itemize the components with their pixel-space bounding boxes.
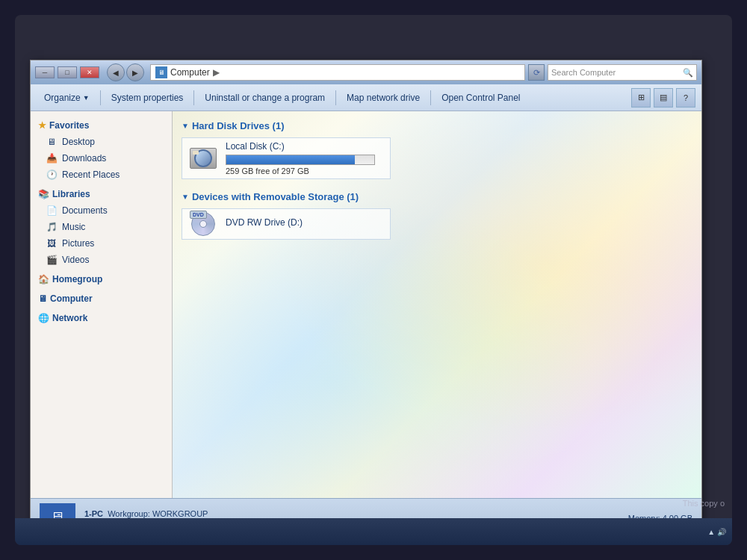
dvd-drive-item[interactable]: DVD DVD RW Drive (D:) <box>182 208 391 240</box>
window-controls: ─ □ ✕ <box>35 66 99 78</box>
sidebar-item-music[interactable]: 🎵 Music <box>31 219 172 235</box>
hdd-drive-icon <box>188 146 218 170</box>
local-disk-item[interactable]: Local Disk (C:) 259 GB free of 297 GB <box>182 137 391 179</box>
minimize-button[interactable]: ─ <box>35 66 55 78</box>
favorites-section: ★ Favorites 🖥 Desktop 📥 Downloads 🕐 Rece… <box>31 117 172 183</box>
hdd-graphic <box>190 148 217 169</box>
star-icon: ★ <box>38 120 46 131</box>
network-icon: 🌐 <box>38 313 49 323</box>
desktop-icon: 🖥 <box>46 136 58 148</box>
removable-section: ▼ Devices with Removable Storage (1) DVD… <box>182 191 692 240</box>
taskbar: ▲ 🔊 <box>15 518 732 545</box>
sidebar-item-pictures[interactable]: 🖼 Pictures <box>31 235 172 252</box>
downloads-icon: 📥 <box>46 152 58 164</box>
pictures-icon: 🖼 <box>46 237 58 249</box>
preview-pane-button[interactable]: ▤ <box>654 88 673 108</box>
maximize-button[interactable]: □ <box>58 66 77 78</box>
system-tray: ▲ 🔊 <box>707 528 726 536</box>
toolbar: Organize ▼ System properties Uninstall o… <box>31 84 701 111</box>
network-item[interactable]: 🌐 Network <box>31 310 172 326</box>
address-bar[interactable]: 🖥 Computer ▶ <box>150 64 525 81</box>
title-bar: ─ □ ✕ ◀ ▶ 🖥 Computer ▶ ⟳ Search Computer… <box>31 60 701 84</box>
system-properties-button[interactable]: System properties <box>104 87 191 108</box>
sidebar: ★ Favorites 🖥 Desktop 📥 Downloads 🕐 Rece… <box>31 111 173 498</box>
address-arrow: ▶ <box>213 67 220 78</box>
view-toggle-button[interactable]: ⊞ <box>631 88 651 108</box>
uninstall-button[interactable]: Uninstall or change a program <box>197 87 332 108</box>
computer-section: 🖥 Computer <box>31 290 172 307</box>
sidebar-item-videos[interactable]: 🎬 Videos <box>31 252 172 268</box>
organize-button[interactable]: Organize ▼ <box>37 87 97 108</box>
content-area: ▼ Hard Disk Drives (1) Local Disk (C:) <box>173 111 701 498</box>
computer-sidebar-icon: 🖥 <box>38 293 47 304</box>
taskbar-right: ▲ 🔊 <box>707 528 726 536</box>
dvd-drive-name: DVD RW Drive (D:) <box>226 217 384 228</box>
sidebar-item-desktop[interactable]: 🖥 Desktop <box>31 134 172 150</box>
libraries-header[interactable]: 📚 Libraries <box>31 186 172 202</box>
toolbar-separator-1 <box>100 90 101 105</box>
documents-icon: 📄 <box>46 205 58 217</box>
search-placeholder: Search Computer <box>551 68 616 77</box>
organize-dropdown-icon: ▼ <box>83 94 90 102</box>
disk-usage-bar <box>226 155 375 165</box>
sidebar-item-downloads[interactable]: 📥 Downloads <box>31 150 172 167</box>
toolbar-separator-2 <box>193 90 194 105</box>
sidebar-item-documents[interactable]: 📄 Documents <box>31 202 172 219</box>
back-button[interactable]: ◀ <box>107 63 125 81</box>
videos-icon: 🎬 <box>46 254 58 266</box>
local-disk-info: Local Disk (C:) 259 GB free of 297 GB <box>226 141 384 175</box>
libraries-section: 📚 Libraries 📄 Documents 🎵 Music 🖼 Pictur… <box>31 186 172 268</box>
computer-icon: 🖥 <box>155 66 167 78</box>
toolbar-separator-4 <box>430 90 431 105</box>
toolbar-right: ⊞ ▤ ? <box>631 88 695 108</box>
computer-name: 1-PC Workgroup: WORKGROUP <box>84 509 221 518</box>
sidebar-item-recent-places[interactable]: 🕐 Recent Places <box>31 167 172 183</box>
homegroup-item[interactable]: 🏠 Homegroup <box>31 271 172 287</box>
nav-buttons: ◀ ▶ <box>107 63 144 81</box>
map-drive-button[interactable]: Map network drive <box>339 87 427 108</box>
forward-button[interactable]: ▶ <box>126 63 144 81</box>
explorer-window: ─ □ ✕ ◀ ▶ 🖥 Computer ▶ ⟳ Search Computer… <box>30 60 702 538</box>
refresh-button[interactable]: ⟳ <box>528 64 545 81</box>
local-disk-size: 259 GB free of 297 GB <box>226 167 384 175</box>
recent-icon: 🕐 <box>46 169 58 181</box>
close-button[interactable]: ✕ <box>80 66 99 78</box>
control-panel-button[interactable]: Open Control Panel <box>434 87 527 108</box>
search-icon: 🔍 <box>683 68 693 78</box>
dvd-graphic: DVD <box>190 211 217 237</box>
hdd-arrow-icon: ▼ <box>182 122 189 130</box>
dvd-drive-info: DVD RW Drive (D:) <box>226 217 384 231</box>
removable-title: ▼ Devices with Removable Storage (1) <box>182 191 692 202</box>
music-icon: 🎵 <box>46 221 58 233</box>
address-path: Computer <box>170 67 210 78</box>
disk-usage-fill <box>226 155 355 164</box>
homegroup-icon: 🏠 <box>38 274 49 284</box>
hard-disk-title: ▼ Hard Disk Drives (1) <box>182 120 692 131</box>
help-button[interactable]: ? <box>676 88 695 108</box>
computer-item[interactable]: 🖥 Computer <box>31 290 172 307</box>
library-icon: 📚 <box>38 189 49 199</box>
network-section: 🌐 Network <box>31 310 172 326</box>
removable-arrow-icon: ▼ <box>182 193 189 201</box>
hard-disk-section: ▼ Hard Disk Drives (1) Local Disk (C:) <box>182 120 692 179</box>
dvd-drive-icon: DVD <box>188 212 218 236</box>
favorites-header[interactable]: ★ Favorites <box>31 117 172 134</box>
local-disk-name: Local Disk (C:) <box>226 141 384 152</box>
search-bar[interactable]: Search Computer 🔍 <box>548 64 697 81</box>
toolbar-separator-3 <box>335 90 336 105</box>
windows-watermark: This copy o <box>683 499 725 508</box>
homegroup-section: 🏠 Homegroup <box>31 271 172 287</box>
main-content: ★ Favorites 🖥 Desktop 📥 Downloads 🕐 Rece… <box>31 111 701 498</box>
